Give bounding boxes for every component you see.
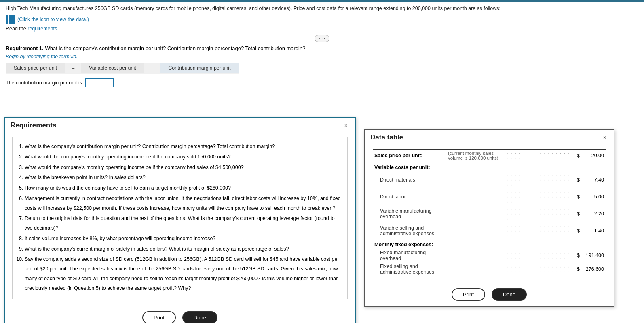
variable-costs-header-row: Variable costs per unit: <box>373 162 606 172</box>
data-print-button[interactable]: Print <box>452 288 485 301</box>
sales-price-label: Sales price per unit: <box>373 149 446 162</box>
list-item: What is the breakeven point in units? In… <box>25 173 342 183</box>
variable-mfg-dollar: $ <box>575 205 581 222</box>
table-row: Direct labor · · · · · · · · · · · · · ·… <box>373 188 606 205</box>
variable-mfg-label: Variable manufacturing overhead <box>373 205 446 222</box>
fixed-expenses-header: Monthly fixed expenses: <box>373 239 606 249</box>
sales-price-value: 20.00 <box>581 149 606 162</box>
requirement-question: What is the company's contribution margi… <box>45 45 306 51</box>
variable-sga-dots: · · · · · · · · · · · · · · · · · · · · … <box>505 222 575 239</box>
data-table: Sales price per unit: (current monthly s… <box>373 149 606 276</box>
direct-materials-dots: · · · · · · · · · · · · · · · · · · · · … <box>505 171 575 188</box>
divider-button[interactable]: · · · <box>315 35 329 42</box>
data-modal-title: Data table <box>370 133 403 141</box>
requirement-label: Requirement 1. <box>6 45 44 51</box>
requirements-modal-footer: Print Done <box>5 306 355 323</box>
list-item: What would the company's monthly operati… <box>25 163 342 173</box>
sales-price-row: Sales price per unit: (current monthly s… <box>373 149 606 162</box>
read-requirements-text: Read the requirements . <box>6 26 638 32</box>
direct-materials-value: 7.40 <box>581 171 606 188</box>
requirements-list: What is the company's contribution margi… <box>12 137 348 299</box>
variable-costs-header: Variable costs per unit: <box>373 162 606 172</box>
requirements-modal-header: Requirements – × <box>5 118 355 133</box>
requirements-link[interactable]: requirements <box>27 26 57 32</box>
fixed-mfg-value: 191,400 <box>581 249 606 262</box>
contrib-period: . <box>117 80 118 86</box>
data-modal-footer: Print Done <box>365 283 614 306</box>
requirement-header: Requirement 1. What is the company's con… <box>6 45 638 51</box>
formula-variable-cost: Variable cost per unit <box>81 63 144 73</box>
variable-sga-dollar: $ <box>575 222 581 239</box>
contrib-input[interactable] <box>85 78 114 87</box>
data-minimize-button[interactable]: – <box>592 133 598 141</box>
sales-price-note: (current monthly sales volume is 120,000… <box>446 149 505 162</box>
fixed-sga-label: Fixed selling and administrative expense… <box>373 262 446 276</box>
requirements-modal: Requirements – × What is the company's c… <box>4 117 356 323</box>
read-end: . <box>59 26 60 32</box>
list-item: Say the company adds a second size of SD… <box>25 255 342 293</box>
formula-equals: = <box>144 63 160 74</box>
requirements-print-button[interactable]: Print <box>142 311 176 323</box>
variable-mfg-dots: · · · · · · · · · · · · · · · · · · · · … <box>505 205 575 222</box>
divider-line-right <box>333 38 638 38</box>
list-item: Return to the original data for this que… <box>25 214 342 233</box>
list-item: How many units would the company have to… <box>25 184 342 193</box>
requirements-minimize-button[interactable]: – <box>333 121 340 129</box>
direct-labor-label: Direct labor <box>373 188 446 205</box>
table-row: Fixed manufacturing overhead · · · · · ·… <box>373 249 606 262</box>
formula-minus: – <box>65 63 81 74</box>
sales-price-dots: · · · · · · · · · · · · · · · · · · · · … <box>505 149 575 162</box>
main-content: High Tech Manufacturing manufactures 256… <box>0 2 644 97</box>
data-modal-controls: – × <box>592 133 608 141</box>
contrib-label: The contribution margin per unit is <box>6 80 82 86</box>
data-modal: Data table – × Sales price per unit: (cu… <box>364 129 614 307</box>
contrib-row: The contribution margin per unit is . <box>6 78 638 87</box>
requirements-modal-controls: – × <box>333 121 349 129</box>
direct-materials-label: Direct materials <box>373 171 446 188</box>
view-data-link[interactable]: (Click the icon to view the data.) <box>17 17 89 22</box>
list-item: What is the company's current margin of … <box>25 245 342 254</box>
formula-contribution-margin: Contribution margin per unit <box>160 63 239 73</box>
intro-text: High Tech Manufacturing manufactures 256… <box>6 5 638 13</box>
list-item: What is the company's contribution margi… <box>25 142 342 152</box>
direct-materials-dollar: $ <box>575 171 581 188</box>
table-row: Variable selling and administrative expe… <box>373 222 606 239</box>
requirements-modal-body: What is the company's contribution margi… <box>5 133 355 306</box>
fixed-mfg-dollar: $ <box>575 249 581 262</box>
requirements-done-button[interactable]: Done <box>182 311 217 323</box>
divider-line-left <box>6 38 311 38</box>
fixed-mfg-label: Fixed manufacturing overhead <box>373 249 446 262</box>
grid-icon[interactable] <box>6 15 15 24</box>
requirements-modal-title: Requirements <box>11 121 56 129</box>
direct-labor-dollar: $ <box>575 188 581 205</box>
formula-row: Sales price per unit – Variable cost per… <box>6 63 239 74</box>
data-close-button[interactable]: × <box>602 133 608 141</box>
variable-sga-label: Variable selling and administrative expe… <box>373 222 446 239</box>
data-icon-row: (Click the icon to view the data.) <box>6 15 638 24</box>
requirements-close-button[interactable]: × <box>343 121 349 129</box>
table-row: Fixed selling and administrative expense… <box>373 262 606 276</box>
table-row: Variable manufacturing overhead · · · · … <box>373 205 606 222</box>
fixed-sga-dollar: $ <box>575 262 581 276</box>
divider-row: · · · <box>6 35 638 42</box>
fixed-sga-dots: · · · · · · · · · · · · · · · · · · · · … <box>505 262 575 276</box>
fixed-mfg-dots: · · · · · · · · · · · · · · · · · · · · … <box>505 249 575 262</box>
list-item: What would the company's monthly operati… <box>25 152 342 162</box>
read-text: Read the <box>6 26 26 32</box>
list-item: Management is currently in contract nego… <box>25 194 342 213</box>
variable-mfg-value: 2.20 <box>581 205 606 222</box>
data-modal-header: Data table – × <box>365 130 614 145</box>
direct-labor-dots: · · · · · · · · · · · · · · · · · · · · … <box>505 188 575 205</box>
begin-text: Begin by identifying the formula. <box>6 54 638 59</box>
sales-price-dollar: $ <box>575 149 581 162</box>
table-row: Direct materials · · · · · · · · · · · ·… <box>373 171 606 188</box>
data-table-content: Sales price per unit: (current monthly s… <box>365 145 614 283</box>
list-item: If sales volume increases by 8%, by what… <box>25 234 342 244</box>
direct-labor-value: 5.00 <box>581 188 606 205</box>
variable-sga-value: 1.40 <box>581 222 606 239</box>
data-done-button[interactable]: Done <box>492 288 527 301</box>
fixed-expenses-header-row: Monthly fixed expenses: <box>373 239 606 249</box>
formula-sales-price: Sales price per unit <box>6 63 65 73</box>
fixed-sga-value: 276,600 <box>581 262 606 276</box>
